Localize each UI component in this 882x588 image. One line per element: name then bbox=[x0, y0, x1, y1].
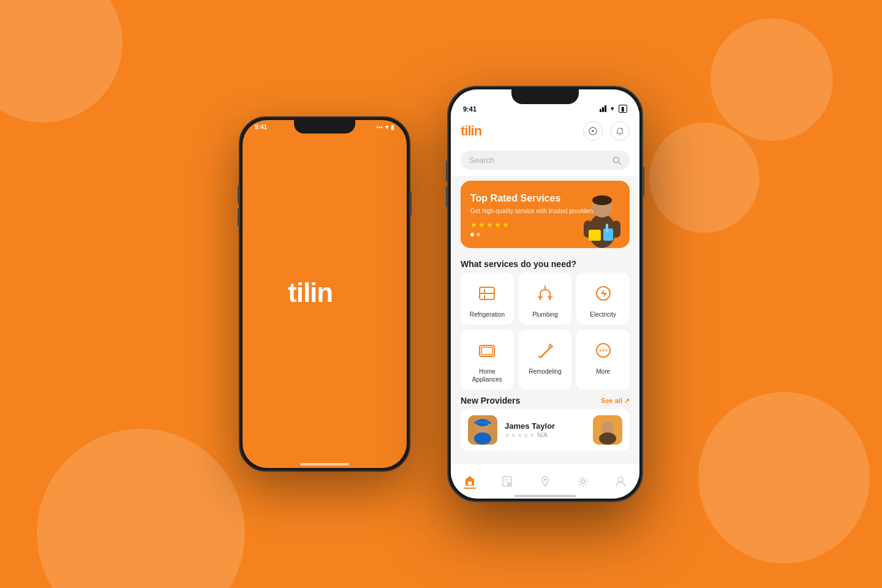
promo-banner[interactable]: Top Rated Services Get high-quality serv… bbox=[461, 181, 630, 248]
status-icons-left: ▪▪▪ ▾ ▮ bbox=[376, 124, 394, 130]
phones-wrapper: 9:41 ▪▪▪ ▾ ▮ tilin 9:41 bbox=[0, 0, 882, 588]
home-appliances-label: Home Appliances bbox=[472, 368, 502, 383]
svg-rect-33 bbox=[468, 481, 472, 485]
right-vol-down bbox=[446, 186, 448, 207]
svg-point-40 bbox=[618, 477, 623, 482]
scroll-area: Top Rated Services Get high-quality serv… bbox=[451, 176, 639, 499]
providers-header: New Providers See all ↗ bbox=[451, 390, 639, 409]
vol-up-btn bbox=[238, 185, 240, 203]
provider-avatar-james bbox=[468, 415, 497, 445]
providers-title: New Providers bbox=[461, 396, 520, 405]
profile-nav-icon bbox=[614, 475, 627, 488]
svg-point-29 bbox=[474, 432, 491, 445]
right-notch bbox=[511, 87, 579, 104]
provider-avatar2 bbox=[593, 415, 622, 445]
svg-point-23 bbox=[602, 350, 604, 352]
plumbing-icon bbox=[533, 281, 557, 306]
signal-icon-left: ▪▪▪ bbox=[376, 124, 383, 130]
home-appliances-icon bbox=[475, 338, 499, 363]
svg-rect-19 bbox=[481, 347, 492, 355]
service-card-remodeling[interactable]: Remodeling bbox=[519, 330, 572, 390]
remodeling-icon bbox=[533, 338, 557, 363]
svg-point-3 bbox=[621, 128, 623, 130]
service-card-home-appliances[interactable]: Home Appliances bbox=[461, 330, 514, 390]
service-card-electricity[interactable]: Electricity bbox=[576, 273, 630, 325]
splash-screen: 9:41 ▪▪▪ ▾ ▮ tilin bbox=[243, 120, 407, 468]
star-5: ★ bbox=[502, 221, 509, 229]
svg-point-4 bbox=[614, 157, 619, 162]
app-logo: tilin bbox=[461, 123, 481, 139]
home-indicator-left bbox=[300, 463, 349, 466]
nav-location[interactable] bbox=[532, 472, 559, 491]
svg-rect-10 bbox=[589, 230, 601, 241]
refrigeration-label: Refrigeration bbox=[470, 311, 505, 318]
search-placeholder[interactable]: Search bbox=[469, 156, 608, 165]
home-nav-icon bbox=[464, 474, 476, 486]
electricity-icon bbox=[591, 281, 616, 306]
power-btn bbox=[409, 191, 412, 216]
settings-nav-icon bbox=[577, 475, 589, 488]
orders-nav-icon bbox=[501, 475, 513, 488]
nav-settings[interactable] bbox=[570, 472, 597, 491]
right-status-icons: ▾ ▮ bbox=[600, 105, 627, 113]
svg-point-24 bbox=[605, 350, 607, 352]
right-vol-up bbox=[446, 160, 448, 181]
services-section-title: What services do you need? bbox=[451, 253, 639, 273]
location-nav-icon bbox=[539, 475, 551, 488]
star-1: ★ bbox=[470, 221, 477, 229]
nav-active-indicator bbox=[464, 488, 476, 489]
provider-rating-james: ★ ★ ★ ★ ★ N/A bbox=[505, 432, 586, 439]
status-time-left: 9:41 bbox=[255, 124, 267, 130]
header-icons bbox=[583, 121, 630, 141]
search-icon bbox=[612, 156, 621, 165]
dot-2 bbox=[477, 233, 480, 236]
app-header: tilin bbox=[451, 116, 639, 147]
status-time-right: 9:41 bbox=[463, 105, 477, 113]
nav-home[interactable] bbox=[456, 470, 483, 492]
search-bar: Search bbox=[451, 147, 639, 176]
app-screen: 9:41 ▾ ▮ tilin bbox=[451, 89, 639, 499]
location-icon-btn[interactable] bbox=[583, 121, 603, 141]
battery-icon-right: ▮ bbox=[619, 105, 627, 113]
svg-rect-9 bbox=[612, 221, 620, 238]
remodeling-label: Remodeling bbox=[529, 368, 561, 375]
nav-profile[interactable] bbox=[607, 472, 634, 491]
battery-icon-left: ▮ bbox=[391, 124, 394, 130]
refrigeration-icon bbox=[475, 281, 499, 306]
provider-name-james: James Taylor bbox=[505, 421, 586, 431]
provider-info-james: James Taylor ★ ★ ★ ★ ★ N/A bbox=[505, 421, 586, 439]
banner-person-image bbox=[575, 181, 630, 248]
svg-point-7 bbox=[592, 195, 612, 205]
nav-orders[interactable] bbox=[494, 472, 521, 491]
right-power bbox=[642, 167, 644, 196]
svg-point-2 bbox=[592, 130, 594, 132]
vol-down-btn bbox=[238, 208, 240, 227]
provider-card-james[interactable]: James Taylor ★ ★ ★ ★ ★ N/A bbox=[461, 409, 630, 451]
wifi-icon-left: ▾ bbox=[385, 124, 388, 130]
splash-logo: tilin bbox=[285, 276, 364, 312]
svg-point-31 bbox=[601, 421, 614, 434]
service-card-plumbing[interactable]: Plumbing bbox=[519, 273, 572, 325]
phone-right: 9:41 ▾ ▮ tilin bbox=[447, 86, 643, 502]
svg-point-39 bbox=[581, 480, 585, 483]
plumbing-label: Plumbing bbox=[532, 311, 558, 318]
star-4: ★ bbox=[494, 221, 501, 229]
bottom-nav bbox=[451, 463, 639, 499]
signal-bars bbox=[600, 105, 606, 112]
svg-text:tilin: tilin bbox=[288, 277, 333, 307]
svg-point-22 bbox=[599, 350, 601, 352]
rating-value: N/A bbox=[537, 432, 548, 439]
wifi-icon-right: ▾ bbox=[611, 105, 614, 113]
home-indicator-right bbox=[514, 495, 576, 497]
dot-1 bbox=[470, 233, 474, 236]
search-input-wrap[interactable]: Search bbox=[461, 151, 630, 170]
svg-point-20 bbox=[490, 356, 492, 358]
service-card-refrigeration[interactable]: Refrigeration bbox=[461, 273, 514, 325]
status-bar-left: 9:41 ▪▪▪ ▾ ▮ bbox=[255, 124, 394, 130]
star-3: ★ bbox=[486, 221, 493, 229]
svg-point-38 bbox=[544, 478, 546, 481]
service-card-more[interactable]: More bbox=[576, 330, 630, 390]
notification-icon-btn[interactable] bbox=[610, 121, 630, 141]
see-all-btn[interactable]: See all ↗ bbox=[601, 397, 630, 405]
more-icon bbox=[591, 338, 616, 363]
